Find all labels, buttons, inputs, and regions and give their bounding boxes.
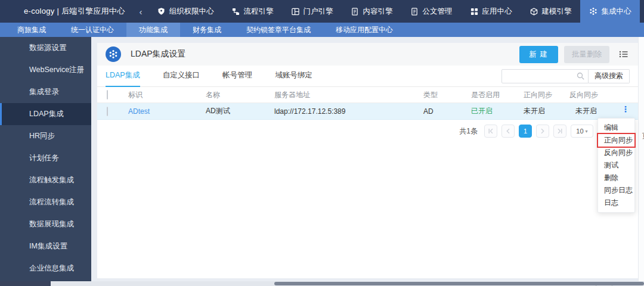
column-header-forward-sync: 正向同步 [524,90,569,100]
workflow-icon [231,7,240,15]
row-checkbox[interactable] [107,107,108,116]
ldap-module-icon [106,46,121,62]
row-name: AD测试 [206,106,274,116]
tab-account-management[interactable]: 帐号管理 [222,66,252,87]
topnav-item-content-engine[interactable]: 内容引擎 [342,0,401,23]
topnav-label: 应用中心 [482,7,512,17]
sidebar-item-webservice[interactable]: WebService注册 [0,59,91,81]
topnav-label: 流程引擎 [243,7,273,17]
sidebar-item-datasource[interactable]: 数据源设置 [0,37,91,59]
select-all-checkbox[interactable] [107,90,108,100]
tab-ldap-integration[interactable]: LDAP集成 [106,66,140,87]
topnav-label: 公文管理 [422,7,452,17]
current-page-button[interactable]: 1 [519,125,532,138]
subnav-item-sso[interactable]: 统一认证中心 [58,23,126,37]
page-title: LDAP集成设置 [131,49,186,60]
sidebar-item-ldap[interactable]: LDAP集成 [0,103,91,125]
header-actions: 新 建 批量删除 [519,46,630,63]
menu-item-test[interactable]: 测试 [598,159,634,172]
prev-page-button[interactable] [501,125,515,138]
sidebar-item-enterprise-info[interactable]: 企业信息集成 [0,257,91,279]
sidebar-item-hr-sync[interactable]: HR同步 [0,125,91,147]
row-server-address: ldap://172.17.12.5:389 [274,107,423,116]
row-id-link[interactable]: ADtest [128,107,150,116]
row-reverse-sync-status: 未开启 [575,106,621,116]
main-content-area: LDAP集成设置 新 建 批量删除 LDAP集成 自定义接口 帐号管理 域账号绑… [91,37,644,281]
subnav-item-qiyuesuo[interactable]: 契约锁签章平台集成 [234,23,323,37]
chevron-down-icon: ▾ [586,129,588,134]
table-header-row: 标识 名称 服务器地址 类型 是否启用 正向同步 反向同步 [97,87,638,103]
top-nav-menu: 组织权限中心 流程引擎 门户引擎 内容引擎 [148,0,640,23]
sidebar-item-data-display[interactable]: 数据展现集成 [0,213,91,235]
topnav-item-official-doc[interactable]: 公文管理 [401,0,461,23]
topnav-item-workflow-engine[interactable]: 流程引擎 [222,0,282,23]
column-header-enabled: 是否启用 [471,90,524,100]
sidebar-item-workflow-trigger[interactable]: 流程触发集成 [0,169,91,191]
first-page-button[interactable] [484,125,497,138]
document-icon [410,7,419,15]
last-page-button[interactable] [553,125,566,138]
ldap-settings-card: LDAP集成设置 新 建 批量删除 LDAP集成 自定义接口 帐号管理 域账号绑… [97,43,638,278]
topnav-label: 建模引擎 [541,7,571,17]
subnav-item-function[interactable]: 功能集成 [126,23,180,37]
top-navigation-bar: e-cology | 后端引擎应用中心 ‹ 组织权限中心 流程引擎 门户引擎 [0,0,644,23]
topnav-label: 集成中心 [601,7,631,17]
watermark: 公众号 · OA运维 [552,282,644,286]
watermark-text: 公众号 · OA运维 [587,282,644,286]
sidebar-item-workflow-flow[interactable]: 流程流转集成 [0,191,91,213]
right-scroll-gutter [638,37,644,281]
search-area: 高级搜索 [501,69,630,83]
page-size-select[interactable]: 10 ▾ [571,125,593,138]
menu-item-log[interactable]: 日志 [598,197,634,209]
table-row[interactable]: ADtest AD测试 ldap://172.17.12.5:389 AD 已开… [97,103,638,120]
search-input[interactable] [501,69,589,83]
left-sidebar: 数据源设置 WebService注册 集成登录 LDAP集成 HR同步 计划任务… [0,37,91,281]
page-size-value: 10 [576,128,583,135]
topnav-item-org-permission[interactable]: 组织权限中心 [148,0,222,23]
tab-list: LDAP集成 自定义接口 帐号管理 域账号绑定 [106,66,312,87]
tab-domain-account-binding[interactable]: 域账号绑定 [275,66,312,87]
subnav-item-travel[interactable]: 商旅集成 [5,23,58,37]
topnav-item-integration-center[interactable]: 集成中心 [580,0,640,23]
batch-delete-button[interactable]: 批量删除 [564,46,609,63]
row-enabled-status: 已开启 [471,107,493,115]
integration-hub-icon [589,7,597,15]
pagination-bar: 共1条 1 10 ▾ [97,120,638,138]
menu-item-sync-log[interactable]: 同步日志 [598,184,634,197]
app-window: e-cology | 后端引擎应用中心 ‹ 组织权限中心 流程引擎 门户引擎 [0,0,644,286]
topnav-item-portal-engine[interactable]: 门户引擎 [282,0,342,23]
search-icon[interactable] [577,72,585,80]
subnav-item-finance[interactable]: 财务集成 [180,23,234,37]
row-actions-context-menu: 编辑 正向同步 反向同步 测试 删除 同步日志 日志 [597,118,635,213]
cube-icon [530,7,538,15]
column-header-server: 服务器地址 [274,90,423,100]
list-view-toggle-icon[interactable] [618,48,630,60]
menu-item-forward-sync[interactable]: 正向同步 [598,134,634,147]
sidebar-item-integration-login[interactable]: 集成登录 [0,81,91,103]
layout-icon [291,7,299,15]
shield-icon [157,7,165,15]
menu-item-reverse-sync[interactable]: 反向同步 [598,147,634,159]
menu-item-edit[interactable]: 编辑 [598,122,634,134]
nav-back-chevron-icon[interactable]: ‹ [133,7,148,17]
menu-item-delete[interactable]: 删除 [598,172,634,184]
sidebar-item-im-settings[interactable]: IM集成设置 [0,235,91,257]
card-header: LDAP集成设置 新 建 批量删除 [97,43,638,66]
topnav-item-modeling-engine[interactable]: 建模引擎 [521,0,580,23]
app-logo: e-cology | 后端引擎应用中心 [24,6,125,17]
row-actions-menu-icon[interactable]: ⋮ [621,106,630,116]
topnav-label: 组织权限中心 [169,7,213,17]
new-button[interactable]: 新 建 [519,46,558,63]
subnav-item-mobile-config[interactable]: 移动应用配置中心 [323,23,405,37]
topnav-label: 内容引擎 [363,7,392,17]
nav-forward-chevron-icon[interactable]: › [640,7,644,17]
tabs-toolbar: LDAP集成 自定义接口 帐号管理 域账号绑定 高级搜索 [97,66,638,87]
column-header-name: 名称 [206,90,274,100]
row-type: AD [423,107,471,116]
next-page-button[interactable] [536,125,549,138]
tab-custom-interface[interactable]: 自定义接口 [163,66,200,87]
sidebar-item-scheduled-tasks[interactable]: 计划任务 [0,147,91,169]
topnav-item-app-center[interactable]: 应用中心 [461,0,521,23]
advanced-search-button[interactable]: 高级搜索 [589,69,630,83]
horizontal-scrollbar[interactable] [0,281,644,286]
